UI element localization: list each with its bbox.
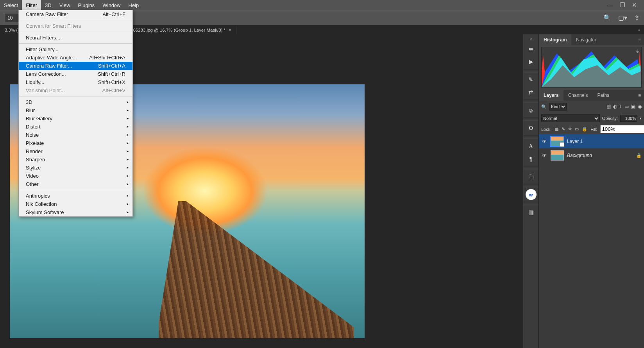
menu-item-label: Anthropics <box>26 193 50 199</box>
menu-item-noise[interactable]: Noise <box>19 131 132 139</box>
menu-item-skylum-software[interactable]: Skylum Software <box>19 208 132 216</box>
layer-lock-icon: 🔒 <box>636 153 642 158</box>
panel-menu-icon[interactable]: ≡ <box>635 93 644 98</box>
lock-pixels-icon[interactable]: ✎ <box>562 127 565 132</box>
history-panel-icon[interactable]: ≣ <box>526 44 537 55</box>
brush-panel-icon[interactable]: ✎ <box>526 74 537 85</box>
lock-transparency-icon[interactable]: ▩ <box>555 127 558 132</box>
layer-visibility-icon[interactable]: 👁 <box>541 139 547 144</box>
menu-item-label: Liquify... <box>26 79 44 85</box>
tab-close-icon[interactable]: × <box>229 27 231 33</box>
search-icon[interactable]: 🔍 <box>603 14 611 21</box>
dock-expand-icon[interactable]: ‹‹ <box>530 37 532 41</box>
menu-item-other[interactable]: Other <box>19 180 132 188</box>
layer-visibility-icon[interactable]: 👁 <box>541 153 547 158</box>
menu-item-label: Filter Gallery... <box>26 46 59 52</box>
lock-artboard-icon[interactable]: ▭ <box>575 127 579 132</box>
panel-menu-icon[interactable]: ≡ <box>635 37 644 43</box>
layer-row[interactable]: 👁Background🔒 <box>539 148 644 162</box>
adjustments-panel-icon[interactable]: ⚙ <box>526 123 537 134</box>
layer-name[interactable]: Layer 1 <box>567 139 583 144</box>
opacity-input[interactable] <box>620 115 637 122</box>
plugin-badge-icon[interactable]: w <box>526 189 537 200</box>
filter-dropdown-menu: Camera Raw FilterAlt+Ctrl+FConvert for S… <box>18 10 133 217</box>
libraries-panel-icon[interactable]: ▥ <box>526 207 537 218</box>
dock-separator <box>523 69 538 73</box>
histogram-display: ⚠ <box>541 47 642 87</box>
filter-pixel-icon[interactable]: ▦ <box>606 104 611 109</box>
minimize-icon[interactable]: — <box>607 2 613 9</box>
layer-lock-row: Lock: ▩ ✎ ✥ ▭ 🔒 Fill: ▾ <box>539 124 644 134</box>
menu-filter[interactable]: Filter <box>22 0 41 10</box>
tab-channels[interactable]: Channels <box>564 90 593 101</box>
menu-item-label: Skylum Software <box>26 209 64 215</box>
menu-plugins[interactable]: Plugins <box>74 0 99 10</box>
menu-item-nik-collection[interactable]: Nik Collection <box>19 200 132 208</box>
menu-item-filter-gallery[interactable]: Filter Gallery... <box>19 45 132 54</box>
menu-item-label: 3D <box>26 99 32 105</box>
brush-settings-panel-icon[interactable]: ⇄ <box>526 87 537 98</box>
menu-item-adaptive-wide-angle[interactable]: Adaptive Wide Angle...Alt+Shift+Ctrl+A <box>19 54 132 62</box>
workspace-switcher-icon[interactable]: ▢▾ <box>618 14 627 21</box>
histogram-warning-icon[interactable]: ⚠ <box>635 49 640 54</box>
tab-histogram[interactable]: Histogram <box>539 34 571 45</box>
filter-shape-icon[interactable]: ▭ <box>624 104 629 109</box>
menu-3d[interactable]: 3D <box>41 0 55 10</box>
actions-panel-icon[interactable]: ▶ <box>526 56 537 67</box>
menu-item-render[interactable]: Render <box>19 147 132 155</box>
menu-item-camera-raw-filter[interactable]: Camera Raw Filter...Shift+Ctrl+A <box>19 62 132 70</box>
clone-source-panel-icon[interactable]: ☺ <box>526 105 537 116</box>
menu-item-distort[interactable]: Distort <box>19 123 132 131</box>
paragraph-panel-icon[interactable]: ¶ <box>526 153 537 164</box>
dock-separator <box>523 166 538 170</box>
menu-view[interactable]: View <box>55 0 74 10</box>
menu-item-lens-correction[interactable]: Lens Correction...Shift+Ctrl+R <box>19 70 132 78</box>
menu-window[interactable]: Window <box>98 0 124 10</box>
lock-all-icon[interactable]: 🔒 <box>582 127 587 132</box>
fill-input[interactable] <box>600 125 644 133</box>
tab-navigator[interactable]: Navigator <box>571 34 601 45</box>
filter-adjust-icon[interactable]: ◐ <box>613 104 617 109</box>
opacity-dropdown-icon[interactable]: ▾ <box>640 116 642 120</box>
maximize-icon[interactable]: ❐ <box>620 2 625 9</box>
3d-panel-icon[interactable]: ⬚ <box>526 171 537 182</box>
menu-item-pixelate[interactable]: Pixelate <box>19 139 132 147</box>
menu-help[interactable]: Help <box>125 0 143 10</box>
menu-item-liquify[interactable]: Liquify...Shift+Ctrl+X <box>19 78 132 86</box>
menu-select[interactable]: Select <box>0 0 22 10</box>
character-panel-icon[interactable]: A <box>526 141 537 152</box>
lock-position-icon[interactable]: ✥ <box>568 127 572 132</box>
menu-item-3d[interactable]: 3D <box>19 98 132 106</box>
menu-item-blur[interactable]: Blur <box>19 106 132 114</box>
menu-item-neural-filters[interactable]: Neural Filters... <box>19 34 132 42</box>
blend-mode-select[interactable]: Normal <box>541 114 600 122</box>
layer-blend-row: Normal Opacity: ▾ <box>539 112 644 124</box>
filter-toggle-icon[interactable]: ◉ <box>638 104 642 109</box>
menu-item-blur-gallery[interactable]: Blur Gallery <box>19 114 132 123</box>
tab-paths[interactable]: Paths <box>592 90 614 101</box>
menu-item-label: Camera Raw Filter... <box>26 63 72 69</box>
menu-item-convert-for-smart-filters: Convert for Smart Filters <box>19 22 132 30</box>
layer-row[interactable]: 👁Layer 1 <box>539 134 644 148</box>
layers-panel-header: Layers Channels Paths ≡ <box>539 90 644 101</box>
share-icon[interactable]: ⇪ <box>634 14 639 21</box>
menu-item-video[interactable]: Video <box>19 172 132 180</box>
layer-name[interactable]: Background <box>567 153 592 158</box>
menu-item-camera-raw-filter[interactable]: Camera Raw FilterAlt+Ctrl+F <box>19 10 132 18</box>
dock-separator <box>523 99 538 103</box>
layer-thumbnail[interactable] <box>551 136 564 146</box>
menu-item-sharpen[interactable]: Sharpen <box>19 155 132 164</box>
app-menubar: SelectFilter3DViewPluginsWindowHelp — ❐ … <box>0 0 644 10</box>
filter-smart-icon[interactable]: ▣ <box>631 104 635 109</box>
menu-separator <box>19 32 132 32</box>
close-window-icon[interactable]: ✕ <box>632 2 637 9</box>
tab-layers[interactable]: Layers <box>539 90 564 101</box>
filter-icon[interactable]: 🔍 <box>541 104 547 109</box>
layer-filter-select[interactable]: Kind <box>549 103 567 111</box>
menu-item-anthropics[interactable]: Anthropics <box>19 192 132 200</box>
layer-filter-row: 🔍 Kind ▦ ◐ T ▭ ▣ ◉ <box>539 101 644 112</box>
tab-overflow-icon[interactable]: ›› <box>638 28 640 32</box>
layer-thumbnail[interactable] <box>551 150 564 161</box>
menu-item-stylize[interactable]: Stylize <box>19 164 132 172</box>
filter-type-icon[interactable]: T <box>619 104 622 109</box>
